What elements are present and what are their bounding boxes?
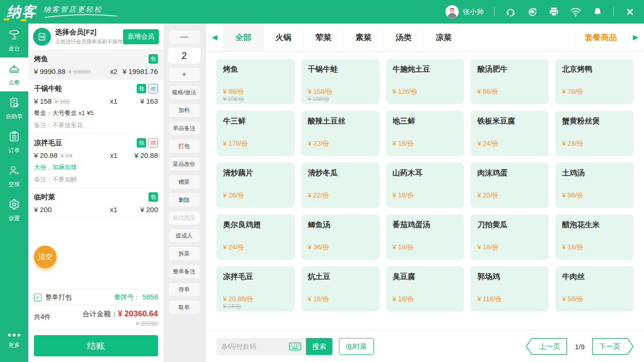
menu-grid: 烤鱼 ¥ 98/份 ¥ 108/份 干锅牛蛙 ¥ 158/份 ¥ 168/份 牛… (206, 51, 644, 330)
sidebar-item-more[interactable]: 更多 (0, 323, 28, 357)
user-account[interactable]: 张小帅 (446, 5, 484, 18)
order-item[interactable]: 烤鱼 包 ¥ 9990.88 ¥ 10000 x2 ¥ 19981.76 (28, 50, 164, 80)
pack-badge: 包 (137, 84, 146, 93)
prev-page-button[interactable]: 上一页 (526, 338, 567, 355)
action-button[interactable]: 菜品改价 (168, 157, 200, 171)
menu-dish-card[interactable]: 奥尔良鸡翅 ¥ 24/份 (216, 214, 295, 260)
sidebar-item-label: 设置 (8, 214, 20, 222)
menu-dish-card[interactable]: 牛三鲜 ¥ 178/份 (216, 111, 295, 156)
menu-dish-card[interactable]: 北京烤鸭 ¥ 78/份 (555, 59, 634, 104)
next-page-button[interactable]: 下一页 (592, 338, 634, 355)
tabs-scroll-left-icon[interactable]: ◀ (206, 24, 223, 51)
dish-name: 干锅牛蛙 (34, 84, 134, 93)
menu-dish-name: 肉沫鸡蛋 (477, 168, 542, 178)
sidebar-item-self-order[interactable]: 自助单 (0, 91, 28, 125)
search-button[interactable]: 搜索 (306, 338, 332, 355)
menu-dish-card[interactable]: 酸辣土豆丝 ¥ 22/份 (301, 111, 380, 156)
pack-checkbox[interactable]: ✓ (34, 294, 41, 301)
total-amount: ¥ 20360.64 (118, 309, 158, 318)
category-tab[interactable]: 火锅 (263, 24, 303, 51)
clear-order-button[interactable]: 清空 (34, 246, 57, 268)
menu-dish-card[interactable]: 炕土豆 ¥ 18/份 (301, 266, 380, 312)
temp-dish-button[interactable]: 临时菜 (339, 338, 374, 355)
category-tab[interactable]: 凉菜 (423, 24, 463, 51)
menu-dish-price: ¥ 178/份 (223, 139, 248, 148)
tabs-scroll-right-icon[interactable]: ▶ (627, 24, 644, 51)
menu-dish-card[interactable]: 干锅牛蛙 ¥ 158/份 ¥ 168/份 (301, 59, 380, 104)
menu-dish-card[interactable]: 鲫鱼汤 ¥ 36/份 (301, 214, 380, 260)
menu-dish-card[interactable]: 清炒藕片 ¥ 26/份 (216, 163, 295, 208)
dish-price: ¥ 200 (34, 206, 52, 214)
action-button[interactable]: 打包 (168, 139, 200, 153)
printer-icon[interactable] (548, 6, 560, 17)
menu-dish-card[interactable]: 烤鱼 ¥ 98/份 ¥ 108/份 (216, 59, 295, 104)
menu-dish-card[interactable]: 地三鲜 ¥ 18/份 (386, 111, 464, 156)
bell-icon[interactable] (592, 6, 603, 17)
menu-dish-price: ¥ 28/份 (562, 139, 583, 148)
order-item[interactable]: 干锅牛蛙 包 改 ¥ 158 ¥ 168 x1 ¥ 163 餐盒：大号餐盒 x1… (28, 80, 164, 134)
order-item[interactable]: 凉拌毛豆 包 赠 ¥ 20.88 ¥ 24 x1 ¥ 20.88 大份，加麻加辣… (28, 134, 164, 188)
sidebar-item-ordering[interactable]: 点餐 (0, 58, 28, 91)
keyboard-icon[interactable] (289, 342, 301, 351)
menu-dish-card[interactable]: 清炒冬瓜 ¥ 22/份 (301, 163, 380, 208)
qty-minus-button[interactable]: — (168, 30, 200, 44)
menu-dish-card[interactable]: 刀拍黄瓜 ¥ 18/份 (471, 214, 549, 260)
menu-content: ◀ 全部 火锅 荤菜 素菜 汤类 凉菜 套餐商品 ▶ 烤鱼 ¥ 98/份 (206, 24, 644, 362)
barcode-input[interactable] (221, 343, 289, 350)
gear-icon (8, 198, 20, 212)
qty-plus-button[interactable]: + (168, 67, 200, 82)
menu-dish-name: 牛三鲜 (223, 116, 288, 126)
member-select[interactable]: 选择会员[F2] 点击进行会员搜索或刷卡操作 (55, 28, 119, 45)
category-tabs: ◀ 全部 火锅 荤菜 素菜 汤类 凉菜 套餐商品 ▶ (206, 24, 644, 51)
sidebar-item-settings[interactable]: 设置 (0, 193, 28, 227)
action-button[interactable]: 提成人 (168, 229, 200, 243)
sidebar-item-label: 更多 (8, 341, 20, 349)
action-button[interactable]: 取单 (168, 300, 200, 314)
menu-dish-card[interactable]: 番茄鸡蛋汤 ¥ 18/份 (386, 214, 464, 260)
add-member-button[interactable]: 新增会员 (123, 29, 159, 44)
menu-dish-card[interactable]: 臭豆腐 ¥ 18/份 (386, 266, 464, 312)
menu-dish-card[interactable]: 土鸡汤 ¥ 98/份 (555, 163, 634, 208)
action-button[interactable]: 拆菜 (168, 247, 200, 261)
svg-text:下一页: 下一页 (599, 342, 620, 350)
action-button[interactable]: 单品备注 (168, 121, 200, 135)
checkout-button[interactable]: 结账 (34, 335, 158, 356)
menu-dish-card[interactable]: 酸汤肥牛 ¥ 66/份 (471, 59, 549, 104)
combo-products-tab[interactable]: 套餐商品 (574, 24, 627, 51)
category-tab[interactable]: 素菜 (343, 24, 383, 51)
menu-dish-card[interactable]: 凉拌毛豆 ¥ 20.88/份 ¥ 24/份 (216, 266, 295, 312)
cloche-icon (8, 63, 20, 76)
menu-dish-card[interactable]: 牛肉丝 ¥ 58/份 (555, 266, 634, 312)
category-tab[interactable]: 汤类 (383, 24, 423, 51)
menu-dish-card[interactable]: 蟹黄粉丝煲 ¥ 28/份 (555, 111, 634, 156)
menu-dish-card[interactable]: 牛腩炖土豆 ¥ 128/份 (386, 59, 464, 104)
menu-dish-card[interactable]: 山药木耳 ¥ 18/份 (386, 163, 464, 208)
action-button[interactable]: 规格/做法 (168, 85, 200, 99)
action-button[interactable]: 赠菜 (168, 175, 200, 189)
menu-dish-card[interactable]: 肉沫鸡蛋 ¥ 20/份 (471, 163, 549, 208)
close-icon[interactable]: × (624, 6, 636, 17)
cloud-sync-icon[interactable] (527, 6, 538, 17)
action-button[interactable]: 换优惠菜 (168, 211, 200, 225)
sidebar-item-label: 订单 (8, 147, 20, 155)
action-column: — 2 + 规格/做法 加料 单品备注 打包 菜品改价 赠菜 删除 换优惠菜 提… (168, 24, 200, 362)
sidebar-item-orders[interactable]: 订单 (0, 125, 28, 159)
menu-dish-card[interactable]: 郭场鸡 ¥ 118/份 (471, 266, 549, 312)
headset-icon[interactable] (505, 6, 516, 17)
qty-value: 2 (168, 48, 200, 64)
sidebar-item-shift[interactable]: 交班 (0, 159, 28, 193)
member-card-icon[interactable] (33, 28, 51, 46)
menu-dish-card[interactable]: 醋泡花生米 ¥ 18/份 (555, 214, 634, 260)
action-button[interactable]: 整单备注 (168, 264, 200, 279)
sidebar-item-tables[interactable]: 桌台 (0, 24, 28, 58)
menu-dish-name: 鲫鱼汤 (308, 220, 373, 230)
action-button[interactable]: 删除 (168, 193, 200, 207)
sidebar-item-label: 桌台 (8, 45, 20, 53)
action-button[interactable]: 加料 (168, 103, 200, 117)
category-tab[interactable]: 荤菜 (303, 24, 343, 51)
order-item[interactable]: 临时菜 包 ¥ 200 x1 ¥ 200 (28, 188, 164, 218)
wifi-icon[interactable] (570, 6, 581, 17)
action-button[interactable]: 存单 (168, 282, 200, 296)
category-tab[interactable]: 全部 (223, 24, 263, 51)
menu-dish-card[interactable]: 铁板米豆腐 ¥ 24/份 (471, 111, 549, 156)
